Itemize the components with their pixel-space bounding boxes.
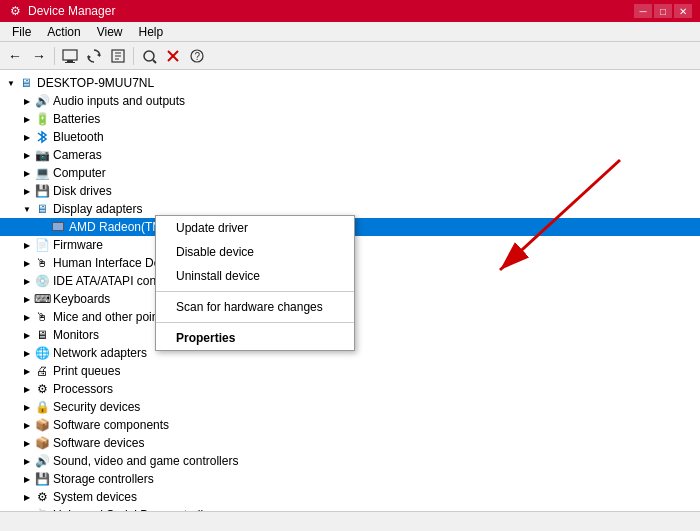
context-update-driver[interactable]: Update driver <box>156 216 354 240</box>
system-icon: ⚙ <box>34 489 50 505</box>
keyboard-icon: ⌨ <box>34 291 50 307</box>
tree-item-print[interactable]: ▶ 🖨 Print queues <box>0 362 700 380</box>
back-button[interactable]: ← <box>4 45 26 67</box>
window-icon: ⚙ <box>8 4 22 18</box>
print-icon: 🖨 <box>34 363 50 379</box>
tree-label-sw-components: Software components <box>53 418 169 432</box>
svg-rect-16 <box>53 223 63 230</box>
batteries-icon: 🔋 <box>34 111 50 127</box>
context-separator-1 <box>156 291 354 292</box>
main-content: ▼ 🖥 DESKTOP-9MUU7NL ▶ 🔊 Audio inputs and… <box>0 70 700 511</box>
menu-help[interactable]: Help <box>131 23 172 41</box>
expander-ide[interactable]: ▶ <box>20 274 34 288</box>
tree-label-keyboards: Keyboards <box>53 292 110 306</box>
expander-mice[interactable]: ▶ <box>20 310 34 324</box>
tree-item-computer[interactable]: ▶ 💻 Computer <box>0 164 700 182</box>
menu-bar: File Action View Help <box>0 22 700 42</box>
expander-computer[interactable]: ▶ <box>20 166 34 180</box>
svg-rect-0 <box>63 50 77 60</box>
tree-label-usb: Universal Serial Bus controllers <box>53 508 220 511</box>
tree-item-processors[interactable]: ▶ ⚙ Processors <box>0 380 700 398</box>
tree-item-sw-devices[interactable]: ▶ 📦 Software devices <box>0 434 700 452</box>
expander-usb[interactable]: ▶ <box>20 508 34 511</box>
context-uninstall-device[interactable]: Uninstall device <box>156 264 354 288</box>
expander-keyboards[interactable]: ▶ <box>20 292 34 306</box>
tree-label-display: Display adapters <box>53 202 142 216</box>
expander-batteries[interactable]: ▶ <box>20 112 34 126</box>
tree-label-system: System devices <box>53 490 137 504</box>
svg-marker-4 <box>88 55 91 59</box>
tree-item-root[interactable]: ▼ 🖥 DESKTOP-9MUU7NL <box>0 74 700 92</box>
tree-label-sound: Sound, video and game controllers <box>53 454 238 468</box>
tree-label-computer: Computer <box>53 166 106 180</box>
close-button[interactable]: ✕ <box>674 4 692 18</box>
tree-item-batteries[interactable]: ▶ 🔋 Batteries <box>0 110 700 128</box>
menu-view[interactable]: View <box>89 23 131 41</box>
expander-processors[interactable]: ▶ <box>20 382 34 396</box>
tree-label-storage: Storage controllers <box>53 472 154 486</box>
expander-sw-devices[interactable]: ▶ <box>20 436 34 450</box>
tree-label-print: Print queues <box>53 364 120 378</box>
properties-button[interactable] <box>107 45 129 67</box>
expander-storage[interactable]: ▶ <box>20 472 34 486</box>
expander-hid[interactable]: ▶ <box>20 256 34 270</box>
svg-text:?: ? <box>195 51 201 62</box>
tree-item-bluetooth[interactable]: ▶ Bluetooth <box>0 128 700 146</box>
tree-item-sw-components[interactable]: ▶ 📦 Software components <box>0 416 700 434</box>
expander-network[interactable]: ▶ <box>20 346 34 360</box>
tree-label-root: DESKTOP-9MUU7NL <box>37 76 154 90</box>
expander-sound[interactable]: ▶ <box>20 454 34 468</box>
expander-security[interactable]: ▶ <box>20 400 34 414</box>
tree-item-cameras[interactable]: ▶ 📷 Cameras <box>0 146 700 164</box>
expander-monitors[interactable]: ▶ <box>20 328 34 342</box>
expander-sw-components[interactable]: ▶ <box>20 418 34 432</box>
help-button[interactable]: ? <box>186 45 208 67</box>
status-bar <box>0 511 700 531</box>
monitors-icon: 🖥 <box>34 327 50 343</box>
expander-system[interactable]: ▶ <box>20 490 34 504</box>
tree-label-batteries: Batteries <box>53 112 100 126</box>
forward-button[interactable]: → <box>28 45 50 67</box>
expander-bluetooth[interactable]: ▶ <box>20 130 34 144</box>
scan-button[interactable] <box>138 45 160 67</box>
svg-line-10 <box>153 60 156 63</box>
context-scan-hardware[interactable]: Scan for hardware changes <box>156 295 354 319</box>
tree-item-system[interactable]: ▶ ⚙ System devices <box>0 488 700 506</box>
tree-item-usb[interactable]: ▶ 🔌 Universal Serial Bus controllers <box>0 506 700 511</box>
svg-point-9 <box>144 51 154 61</box>
expander-root[interactable]: ▼ <box>4 76 18 90</box>
menu-action[interactable]: Action <box>39 23 88 41</box>
expander-display[interactable]: ▼ <box>20 202 34 216</box>
expander-audio[interactable]: ▶ <box>20 94 34 108</box>
expander-disk[interactable]: ▶ <box>20 184 34 198</box>
tree-item-security[interactable]: ▶ 🔒 Security devices <box>0 398 700 416</box>
maximize-button[interactable]: □ <box>654 4 672 18</box>
update-button[interactable] <box>83 45 105 67</box>
display-icon: 🖥 <box>34 201 50 217</box>
tree-label-monitors: Monitors <box>53 328 99 342</box>
toolbar: ← → ? <box>0 42 700 70</box>
amd-icon <box>50 219 66 235</box>
context-disable-device[interactable]: Disable device <box>156 240 354 264</box>
expander-print[interactable]: ▶ <box>20 364 34 378</box>
tree-label-processors: Processors <box>53 382 113 396</box>
tree-label-audio: Audio inputs and outputs <box>53 94 185 108</box>
device-tree[interactable]: ▼ 🖥 DESKTOP-9MUU7NL ▶ 🔊 Audio inputs and… <box>0 70 700 511</box>
expander-cameras[interactable]: ▶ <box>20 148 34 162</box>
security-icon: 🔒 <box>34 399 50 415</box>
remove-button[interactable] <box>162 45 184 67</box>
tree-item-sound[interactable]: ▶ 🔊 Sound, video and game controllers <box>0 452 700 470</box>
expander-firmware[interactable]: ▶ <box>20 238 34 252</box>
tree-item-disk-drives[interactable]: ▶ 💾 Disk drives <box>0 182 700 200</box>
menu-file[interactable]: File <box>4 23 39 41</box>
processor-icon: ⚙ <box>34 381 50 397</box>
tree-label-disk: Disk drives <box>53 184 112 198</box>
context-properties[interactable]: Properties <box>156 326 354 350</box>
sound-icon: 🔊 <box>34 453 50 469</box>
tree-item-storage[interactable]: ▶ 💾 Storage controllers <box>0 470 700 488</box>
minimize-button[interactable]: ─ <box>634 4 652 18</box>
tree-item-audio[interactable]: ▶ 🔊 Audio inputs and outputs <box>0 92 700 110</box>
cameras-icon: 📷 <box>34 147 50 163</box>
svg-rect-1 <box>67 60 73 62</box>
computer-button[interactable] <box>59 45 81 67</box>
